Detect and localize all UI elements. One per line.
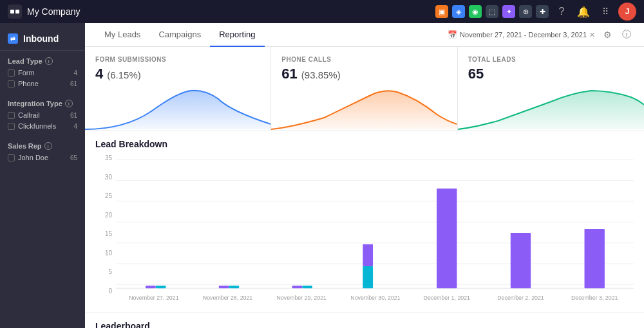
y-label-10: 10 — [88, 250, 112, 257]
sidebar-title: Inbound — [23, 33, 59, 44]
checkbox-clickfunnels[interactable] — [8, 123, 15, 130]
app-icon-screen[interactable]: ⬚ — [486, 5, 498, 18]
stats-row: FORM SUBMISSIONS 4 (6.15%) — [85, 47, 644, 131]
x-label-dec2: December 2, 2021 — [497, 295, 544, 301]
stat-label-total: TOTAL LEADS — [468, 56, 634, 63]
topnav: My Company ▣ ◈ ◉ ⬚ ✦ ⊕ ✚ ? 🔔 ⠿ J — [0, 0, 644, 23]
filter-count-clickfunnels: 4 — [73, 123, 77, 130]
app-icon-extra[interactable]: ✚ — [536, 5, 549, 18]
topnav-icons: ▣ ◈ ◉ ⬚ ✦ ⊕ ✚ ? 🔔 ⠿ J — [435, 3, 636, 21]
y-label-15: 15 — [88, 230, 112, 237]
filter-sales-rep: Sales Rep i John Doe 65 — [0, 136, 85, 167]
date-range[interactable]: 📅 November 27, 2021 - December 3, 2021 ✕ — [448, 30, 595, 39]
tab-reporting[interactable]: Reporting — [210, 23, 264, 47]
filter-sales-rep-title: Sales Rep i — [8, 142, 77, 150]
tab-my-leads[interactable]: My Leads — [95, 23, 149, 47]
form-submissions-chart — [85, 79, 270, 131]
bar-dec3-purple — [585, 229, 605, 288]
app-body: ⇄ Inbound Lead Type i Form 4 Phone — [0, 23, 644, 328]
main-content: My Leads Campaigns Reporting 📅 November … — [85, 23, 644, 328]
svg-rect-1 — [10, 10, 14, 14]
filter-item-form[interactable]: Form 4 — [8, 69, 77, 77]
integration-type-info-icon[interactable]: i — [65, 100, 73, 107]
checkbox-phone[interactable] — [8, 80, 15, 87]
grid-icon[interactable]: ⠿ — [596, 3, 614, 21]
bar-chart-svg: November 27, 2021 November 28, 2021 Nove… — [116, 154, 634, 310]
sidebar-header: ⇄ Inbound — [0, 31, 85, 51]
stat-label-form: FORM SUBMISSIONS — [95, 56, 260, 63]
stat-card-form-submissions: FORM SUBMISSIONS 4 (6.15%) — [85, 47, 271, 131]
y-label-20: 20 — [88, 212, 112, 219]
y-label-25: 25 — [88, 192, 112, 199]
svg-rect-0 — [8, 5, 22, 19]
bar-nov30-purple — [363, 244, 373, 266]
filter-lead-type: Lead Type i Form 4 Phone 61 — [0, 51, 85, 93]
x-label-nov28: November 28, 2021 — [203, 295, 253, 301]
leaderboard-section: Leaderboard — [85, 313, 644, 328]
filter-item-johndoe[interactable]: John Doe 65 — [8, 154, 77, 161]
tab-campaigns[interactable]: Campaigns — [149, 23, 210, 47]
checkbox-callrail[interactable] — [8, 112, 15, 119]
filter-count-johndoe: 65 — [70, 154, 77, 161]
leaderboard-title: Leaderboard — [95, 321, 634, 328]
total-leads-chart — [458, 79, 644, 131]
app-icon-dark[interactable]: ⊕ — [519, 5, 532, 18]
x-label-nov29: November 29, 2021 — [277, 295, 327, 301]
stat-card-total-leads: TOTAL LEADS 65 — [458, 47, 644, 131]
checkbox-johndoe[interactable] — [8, 154, 15, 161]
lead-type-info-icon[interactable]: i — [45, 57, 53, 65]
app-icon-blue[interactable]: ◈ — [452, 5, 465, 18]
bar-dec2-purple — [511, 233, 531, 288]
filter-item-clickfunnels[interactable]: Clickfunnels 4 — [8, 122, 77, 130]
x-label-dec3: December 3, 2021 — [571, 295, 618, 301]
date-range-text: November 27, 2021 - December 3, 2021 — [460, 31, 587, 39]
calendar-icon: 📅 — [448, 30, 457, 39]
app-icon-green[interactable]: ◉ — [469, 5, 482, 18]
filter-count-phone: 61 — [70, 80, 77, 87]
checkbox-form[interactable] — [8, 69, 15, 77]
bar-nov29-cyan — [302, 286, 312, 288]
y-label-0: 0 — [88, 287, 112, 295]
app-icon-purple[interactable]: ✦ — [502, 5, 515, 18]
sidebar-logo-icon: ⇄ — [8, 33, 18, 44]
bell-icon[interactable]: 🔔 — [574, 3, 592, 21]
tabs-bar: My Leads Campaigns Reporting 📅 November … — [85, 23, 644, 47]
filter-count-callrail: 61 — [70, 112, 77, 119]
tabs-left: My Leads Campaigns Reporting — [95, 23, 265, 46]
filter-item-callrail[interactable]: Callrail 61 — [8, 111, 77, 119]
lead-breakdown-title: Lead Breakdown — [85, 131, 644, 149]
tabs-right: 📅 November 27, 2021 - December 3, 2021 ✕… — [448, 28, 634, 42]
x-label-nov30: November 30, 2021 — [350, 295, 401, 301]
filter-integration-type: Integration Type i Callrail 61 Clickfunn… — [0, 93, 85, 136]
bar-nov27-purple — [146, 286, 156, 288]
filter-lead-type-title: Lead Type i — [8, 57, 77, 65]
stat-card-phone-calls: PHONE CALLS 61 (93.85%) — [271, 47, 457, 131]
y-label-5: 5 — [88, 268, 112, 275]
y-label-35: 35 — [88, 154, 112, 161]
lead-breakdown-section: Lead Breakdown 35 30 25 20 15 10 5 0 — [85, 131, 644, 310]
settings-icon[interactable]: ⚙ — [600, 28, 614, 42]
filter-count-form: 4 — [73, 69, 77, 77]
bar-nov27-cyan — [156, 286, 166, 288]
bar-dec1-purple — [437, 188, 457, 288]
sidebar: ⇄ Inbound Lead Type i Form 4 Phone — [0, 23, 85, 328]
company-name: My Company — [27, 6, 80, 17]
sales-rep-info-icon[interactable]: i — [44, 142, 52, 150]
svg-rect-2 — [15, 10, 19, 14]
bar-nov28-cyan — [229, 286, 240, 288]
y-label-30: 30 — [88, 174, 112, 181]
phone-calls-chart — [271, 79, 457, 131]
user-avatar[interactable]: J — [618, 3, 636, 21]
company-logo[interactable]: My Company — [8, 5, 80, 19]
date-range-close-icon[interactable]: ✕ — [589, 31, 595, 39]
filter-integration-type-title: Integration Type i — [8, 100, 77, 107]
info-icon[interactable]: ⓘ — [620, 28, 634, 42]
filter-item-phone[interactable]: Phone 61 — [8, 80, 77, 87]
bar-nov28-purple — [219, 286, 229, 288]
bar-nov29-purple — [292, 286, 303, 288]
x-label-nov27: November 27, 2021 — [129, 295, 179, 301]
app-icon-orange[interactable]: ▣ — [435, 5, 448, 18]
help-icon[interactable]: ? — [553, 3, 571, 21]
x-label-dec1: December 1, 2021 — [424, 295, 471, 301]
stat-label-phone: PHONE CALLS — [281, 56, 446, 63]
